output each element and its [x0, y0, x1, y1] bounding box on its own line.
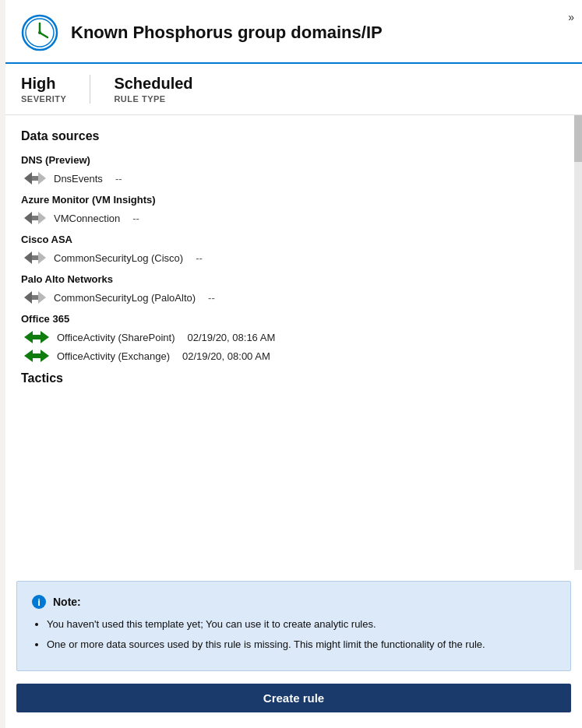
detail-panel: » Known Phosphorus group domains/IP High…: [5, 0, 582, 728]
datasource-group-azure: Azure Monitor (VM Insights) VMConnection…: [21, 194, 566, 226]
ds-name-dnsevents: DnsEvents: [54, 173, 103, 185]
ds-name-paloalto: CommonSecurityLog (PaloAlto): [54, 292, 196, 304]
svg-marker-12: [32, 291, 46, 304]
svg-marker-6: [32, 172, 46, 185]
scrollable-content[interactable]: Data sources DNS (Preview) DnsEvents --: [5, 115, 582, 570]
group-name-dns: DNS (Preview): [21, 154, 566, 166]
grey-stream-icon: [24, 290, 46, 305]
ds-sep-3: --: [196, 252, 203, 264]
collapse-button[interactable]: »: [568, 11, 574, 23]
datasource-group-office365: Office 365 OfficeActivity (SharePoint) 0…: [21, 313, 566, 364]
severity-value: High: [21, 75, 66, 93]
green-stream-icon: [24, 329, 49, 345]
rule-type-label: RULE TYPE: [114, 94, 192, 104]
ds-ts-sharepoint: 02/19/20, 08:16 AM: [187, 332, 275, 343]
green-stream-icon: [24, 348, 49, 364]
panel-icon: [21, 14, 58, 51]
content-area: Data sources DNS (Preview) DnsEvents --: [5, 115, 582, 728]
meta-divider: [90, 75, 90, 104]
ds-sep-2: --: [132, 213, 139, 224]
ds-ts-exchange: 02/19/20, 08:00 AM: [182, 350, 270, 362]
panel-title: Known Phosphorus group domains/IP: [71, 23, 383, 43]
ds-name-vmconnection: VMConnection: [54, 213, 120, 224]
grey-stream-icon: [24, 250, 46, 266]
group-name-cisco: Cisco ASA: [21, 234, 566, 245]
ds-name-cisco: CommonSecurityLog (Cisco): [54, 252, 183, 264]
datasource-row: CommonSecurityLog (Cisco) --: [21, 250, 566, 266]
meta-bar: High SEVERITY Scheduled RULE TYPE: [5, 64, 582, 115]
rule-type-value: Scheduled: [114, 75, 192, 93]
group-name-office365: Office 365: [21, 313, 566, 325]
datasource-row: DnsEvents --: [21, 171, 566, 186]
svg-point-4: [38, 31, 41, 34]
datasource-row-sharepoint: OfficeActivity (SharePoint) 02/19/20, 08…: [21, 329, 566, 345]
create-rule-button[interactable]: Create rule: [16, 684, 571, 712]
tactics-title: Tactics: [21, 371, 566, 385]
group-name-azure: Azure Monitor (VM Insights): [21, 194, 566, 206]
svg-marker-14: [33, 331, 49, 343]
rule-type-item: Scheduled RULE TYPE: [114, 75, 192, 104]
panel-header: Known Phosphorus group domains/IP: [5, 0, 582, 64]
datasource-group-dns: DNS (Preview) DnsEvents --: [21, 154, 566, 186]
scrollbar-thumb[interactable]: [574, 115, 582, 162]
ds-name-sharepoint: OfficeActivity (SharePoint): [57, 332, 175, 343]
grey-stream-icon: [24, 210, 46, 226]
ds-name-exchange: OfficeActivity (Exchange): [57, 350, 170, 362]
note-label: Note:: [53, 596, 81, 608]
datasource-row-exchange: OfficeActivity (Exchange) 02/19/20, 08:0…: [21, 348, 566, 364]
data-sources-title: Data sources: [21, 129, 566, 143]
svg-marker-16: [33, 350, 49, 362]
note-bullet-2: One or more data sources used by this ru…: [47, 638, 556, 652]
scrollbar-track[interactable]: [574, 115, 582, 570]
svg-marker-10: [32, 251, 46, 264]
note-header: i Note:: [31, 594, 556, 610]
datasource-row: CommonSecurityLog (PaloAlto) --: [21, 290, 566, 305]
group-name-paloalto: Palo Alto Networks: [21, 273, 566, 285]
grey-stream-icon: [24, 171, 46, 186]
note-bullet-1: You haven't used this template yet; You …: [47, 617, 556, 631]
ds-sep-4: --: [208, 292, 215, 304]
note-box: i Note: You haven't used this template y…: [16, 581, 571, 671]
ds-sep-1: --: [115, 173, 122, 185]
datasource-row: VMConnection --: [21, 210, 566, 226]
svg-marker-8: [32, 212, 46, 224]
datasource-group-paloalto: Palo Alto Networks CommonSecurityLog (Pa…: [21, 273, 566, 305]
severity-item: High SEVERITY: [21, 75, 66, 104]
severity-label: SEVERITY: [21, 94, 66, 104]
svg-text:i: i: [37, 596, 41, 608]
info-icon: i: [31, 594, 47, 610]
datasource-group-cisco: Cisco ASA CommonSecurityLog (Cisco) --: [21, 234, 566, 266]
note-list: You haven't used this template yet; You …: [31, 617, 556, 652]
